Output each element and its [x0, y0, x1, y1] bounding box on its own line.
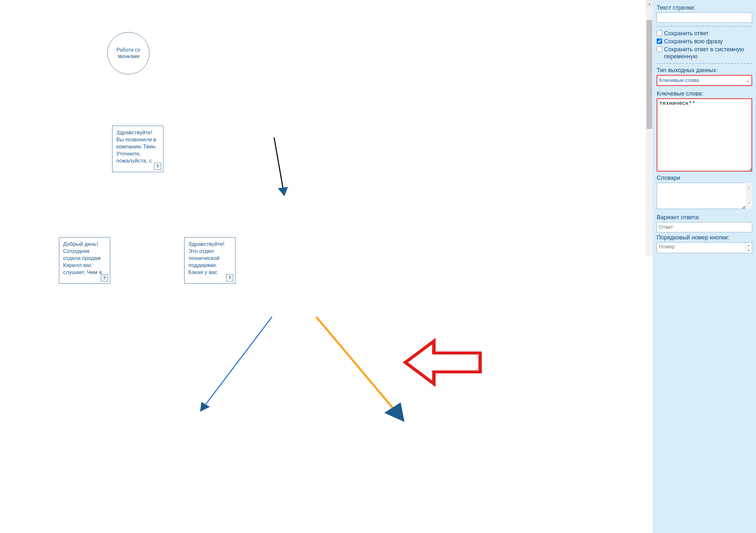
save-phrase-row[interactable]: Сохранить всю фразу: [657, 38, 752, 45]
diagram-layer: Работа со звонками Здравствуйте! Вы позв…: [0, 0, 653, 533]
save-phrase-label: Сохранить всю фразу: [664, 38, 752, 45]
output-type-label: Тип выходных данных:: [657, 67, 752, 74]
step-down-icon[interactable]: ▾: [745, 248, 752, 253]
save-sysvar-checkbox[interactable]: [657, 46, 662, 52]
dictionaries-stepper[interactable]: ⌃ ⌄: [746, 183, 752, 209]
answer-variant-label: Вариант ответа:: [657, 214, 752, 221]
properties-panel: Текст стрелки: Сохранить ответ Сохранить…: [653, 0, 756, 533]
button-order-label: Порядковый номер кнопки:: [657, 234, 752, 241]
greeting-node-text: Здравствуйте! Вы позвонили в компанию Тв…: [116, 129, 157, 164]
answer-variant-input[interactable]: [657, 222, 752, 232]
keywords-label: Ключевые слова:: [657, 90, 752, 97]
greeting-node[interactable]: Здравствуйте! Вы позвонили в компанию Тв…: [112, 126, 163, 172]
keywords-textarea[interactable]: техническ**: [657, 98, 752, 172]
save-phrase-checkbox[interactable]: [657, 39, 662, 44]
divider: [657, 26, 752, 27]
save-sysvar-label: Сохранить ответ в системную переменную: [664, 46, 752, 60]
svg-line-1: [201, 317, 272, 411]
dictionaries-label: Словари: [657, 175, 752, 182]
chevron-down-icon[interactable]: ⌄: [746, 196, 752, 209]
step-up-icon[interactable]: ▴: [745, 243, 752, 248]
divider: [657, 63, 752, 64]
output-type-value: Ключевые слова: [659, 77, 699, 83]
number-stepper[interactable]: ▴ ▾: [745, 243, 752, 253]
arrow-text-input[interactable]: [657, 13, 752, 23]
save-answer-checkbox[interactable]: [657, 30, 662, 36]
diagram-canvas[interactable]: ▴: [0, 0, 653, 533]
arrow-text-label: Текст стрелки:: [657, 5, 752, 11]
question-icon: ?: [101, 274, 108, 281]
chevron-down-icon: ⌄: [746, 78, 750, 83]
svg-line-0: [274, 137, 284, 195]
question-icon: ?: [154, 163, 161, 170]
button-order-placeholder: Номер: [657, 243, 745, 253]
sales-node-text: Добрый день! Сотрудник отдела продаж Кир…: [63, 241, 102, 275]
chevron-up-icon[interactable]: ⌃: [746, 183, 752, 196]
start-node-label: Работа со звонками: [110, 47, 147, 60]
output-type-select[interactable]: Ключевые слова ⌄: [657, 75, 752, 86]
question-icon: ?: [226, 274, 233, 281]
start-node[interactable]: Работа со звонками: [107, 32, 149, 74]
button-order-input[interactable]: Номер ▴ ▾: [657, 242, 752, 253]
dictionaries-textarea[interactable]: [657, 183, 752, 209]
support-node[interactable]: Здравствуйте! Это отдел технической подд…: [184, 237, 235, 284]
support-node-text: Здравствуйте! Это отдел технической подд…: [188, 241, 225, 275]
save-sysvar-row[interactable]: Сохранить ответ в системную переменную: [657, 46, 752, 60]
save-answer-row[interactable]: Сохранить ответ: [657, 30, 752, 37]
svg-line-2: [316, 317, 403, 420]
sales-node[interactable]: Добрый день! Сотрудник отдела продаж Кир…: [59, 237, 110, 284]
save-answer-label: Сохранить ответ: [664, 30, 752, 37]
